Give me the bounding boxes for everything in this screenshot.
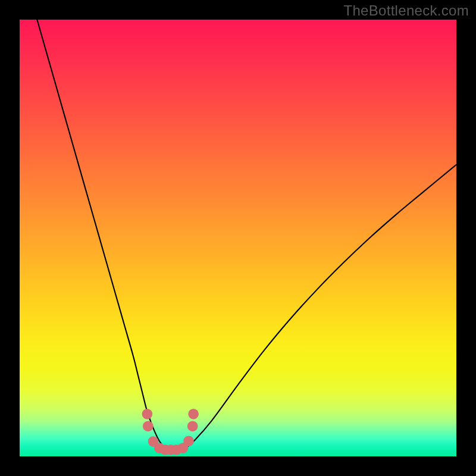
data-point (143, 421, 154, 432)
data-point (187, 421, 198, 432)
plot-area (20, 20, 456, 456)
data-point-markers (142, 409, 198, 455)
watermark-text: TheBottleneck.com (343, 2, 469, 19)
data-point (142, 409, 152, 419)
chart-svg (20, 20, 456, 456)
data-point (183, 436, 194, 446)
chart-frame: TheBottleneck.com (0, 0, 476, 476)
bottleneck-curve (37, 20, 456, 452)
data-point (188, 409, 199, 419)
